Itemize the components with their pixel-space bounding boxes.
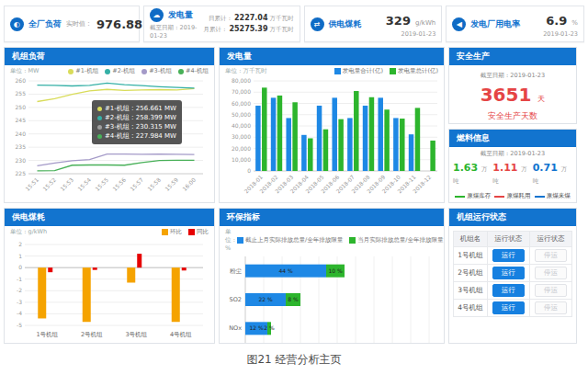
panel-title: 燃料信息 xyxy=(449,130,576,147)
svg-text:2 %: 2 % xyxy=(264,324,275,331)
aux-rate-icon: ◀ xyxy=(452,17,466,31)
svg-text:230: 230 xyxy=(16,157,27,164)
svg-text:2: 2 xyxy=(18,241,22,247)
kpi-coal-rate: ⇄ 供电煤耗 329 g/kWh 2019-01-23 xyxy=(304,6,443,42)
svg-text:1号机组: 1号机组 xyxy=(36,331,58,338)
stop-status-cell: 停运 xyxy=(529,247,571,265)
svg-text:70,000: 70,000 xyxy=(232,88,251,95)
tooltip-dot xyxy=(97,116,102,120)
svg-text:10,000: 10,000 xyxy=(232,156,251,163)
kpi-plant-load: ◐ 全厂负荷 实时值： 976.88 MW xyxy=(4,6,140,42)
unit-label: 单位：MW xyxy=(10,67,40,75)
run-status-cell: 运行 xyxy=(487,247,529,265)
svg-text:225: 225 xyxy=(16,170,27,176)
legend-item[interactable]: 截止上月实际排放总量/全年排放限量 xyxy=(237,236,343,244)
legend-label: #1-机组 xyxy=(75,67,98,75)
kpi-date: 截至日期：2019-01-23 xyxy=(150,24,198,40)
svg-text:260: 260 xyxy=(16,77,27,84)
svg-text:22 %: 22 % xyxy=(258,296,273,302)
unit-name-cell: 4号机组 xyxy=(454,300,488,317)
kpi-generation: ☁ 发电量 截至日期：2019-01-23 日累计： 2227.04 万千瓦时 … xyxy=(143,6,300,42)
panel-title: 机组负荷 xyxy=(5,48,214,65)
stop-status-cell: 停运 xyxy=(529,265,571,282)
safety-date: 截至日期：2019-01-23 xyxy=(453,72,572,80)
run-status-button[interactable]: 运行 xyxy=(492,267,525,279)
svg-text:SO2: SO2 xyxy=(230,296,242,303)
fuel-date: 截至日期：2019-01-23 xyxy=(453,150,572,158)
kpi-aux-rate: ◀ 发电厂用电率 6.9 % 2019-01-23 xyxy=(446,6,584,42)
legend-label: 环比 xyxy=(170,228,182,236)
fuel-legend-item: 原煤库存 xyxy=(455,192,491,200)
kpi-title: 全厂负荷 xyxy=(28,18,62,30)
stop-status-button[interactable]: 停运 xyxy=(535,249,567,262)
panel-env: 环保指标 单位：% 截止上月实际排放总量/全年排放限量当月实际排放总量/全年排放… xyxy=(219,208,445,344)
chart-tooltip: #1-机组：256.661 MW#2-机组：258.399 MW#3-机组：23… xyxy=(92,100,182,144)
legend-item[interactable]: #4-机组 xyxy=(178,67,209,75)
run-status-cell: 运行 xyxy=(487,265,529,282)
run-status-cell: 运行 xyxy=(487,282,529,300)
svg-text:15:52: 15:52 xyxy=(41,176,57,192)
panel-coal-chart: 供电煤耗 单位：g/kWh 环比同比 -5-4-3-2-10121号机组2号机组… xyxy=(4,208,215,344)
svg-text:15:54: 15:54 xyxy=(76,176,92,192)
coal-compare-bar-chart[interactable]: -5-4-3-2-10121号机组2号机组3号机组4号机组 xyxy=(8,237,210,340)
run-status-cell: 运行 xyxy=(487,300,529,317)
svg-text:0: 0 xyxy=(18,264,22,270)
legend-marker xyxy=(68,69,74,74)
legend-marker xyxy=(105,69,110,74)
run-status-button[interactable]: 运行 xyxy=(492,301,525,314)
tooltip-text: #1-机组：256.661 MW xyxy=(105,104,176,113)
legend-item[interactable]: 发电量总计(亿) xyxy=(390,67,438,75)
stop-status-button[interactable]: 停运 xyxy=(535,284,567,297)
legend-marker xyxy=(162,229,168,235)
panel-title: 机组运行状态 xyxy=(449,209,576,226)
panel-title: 发电量 xyxy=(220,48,444,65)
stop-status-button[interactable]: 停运 xyxy=(535,267,567,279)
dashboard-page: ◐ 全厂负荷 实时值： 976.88 MW ☁ 发电量 截至日期：2019-01… xyxy=(0,0,588,344)
legend-item[interactable]: 当月实际排放总量/全年排放限量 xyxy=(349,236,443,244)
svg-text:15:59: 15:59 xyxy=(164,176,179,192)
stop-status-cell: 停运 xyxy=(529,282,571,300)
fuel-legend-item: 原煤来煤 xyxy=(535,192,571,200)
svg-text:255: 255 xyxy=(16,90,27,97)
kpi-daily-total: 日累计： 2227.04 万千瓦时 xyxy=(209,14,294,23)
legend-label: 当月实际排放总量/全年排放限量 xyxy=(357,236,443,244)
kpi-title: 发电量 xyxy=(168,9,193,21)
legend-label: 发电量合计(亿) xyxy=(343,67,383,75)
generation-bar-chart[interactable]: 010,00020,00030,00040,00050,00060,00070,… xyxy=(223,76,440,199)
kpi-value-row: 6.9 % xyxy=(546,11,578,28)
fuel-consumed-value: 1.11 万吨 xyxy=(492,162,532,186)
tooltip-text: #4-机组：227.984 MW xyxy=(105,131,176,141)
unit-name-cell: 2号机组 xyxy=(454,265,488,282)
legend-item[interactable]: 发电量合计(亿) xyxy=(334,67,383,75)
run-status-button[interactable]: 运行 xyxy=(492,284,525,297)
load-chart-legend: #1-机组#2-机组#3-机组#4-机组 xyxy=(68,67,209,75)
table-row: 2号机组运行停运 xyxy=(454,265,572,282)
svg-text:-3: -3 xyxy=(17,299,22,305)
run-status-button[interactable]: 运行 xyxy=(492,249,525,262)
unit-name-cell: 1号机组 xyxy=(454,247,488,265)
fuel-legend: 原煤库存 原煤耗用 原煤来煤 xyxy=(453,192,572,200)
env-chart-legend: 截止上月实际排放总量/全年排放限量当月实际排放总量/全年排放限量 xyxy=(237,236,443,244)
legend-item[interactable]: #1-机组 xyxy=(68,67,98,75)
svg-text:15:51: 15:51 xyxy=(24,176,40,192)
env-stacked-bar-chart[interactable]: 0102030405060708090100粉尘44 %10 %SO222 %8… xyxy=(223,253,440,344)
svg-text:-5: -5 xyxy=(17,322,22,328)
legend-item[interactable]: #3-机组 xyxy=(141,67,172,75)
tooltip-dot xyxy=(97,125,102,130)
legend-marker xyxy=(141,69,147,74)
legend-label: #4-机组 xyxy=(186,67,209,75)
stop-status-cell: 停运 xyxy=(529,300,571,317)
col-header-unit-name: 机组名 xyxy=(454,232,488,247)
tooltip-row: #4-机组：227.984 MW xyxy=(97,131,176,141)
svg-text:245: 245 xyxy=(16,117,27,123)
coal-chart-legend: 环比同比 xyxy=(162,228,209,236)
legend-item[interactable]: #2-机组 xyxy=(105,67,135,75)
legend-item[interactable]: 同比 xyxy=(188,228,209,236)
svg-text:50,000: 50,000 xyxy=(232,111,251,118)
stop-status-button[interactable]: 停运 xyxy=(535,301,567,314)
unit-status-table: 机组名 运行状态 运行状态 1号机组运行停运2号机组运行停运3号机组运行停运4号… xyxy=(453,231,572,317)
legend-item[interactable]: 环比 xyxy=(162,228,182,236)
svg-text:10 %: 10 % xyxy=(328,267,343,274)
panel-unit-load: 机组负荷 单位：MW #1-机组#2-机组#3-机组#4-机组 22523023… xyxy=(4,47,215,203)
svg-text:3号机组: 3号机组 xyxy=(125,331,147,338)
